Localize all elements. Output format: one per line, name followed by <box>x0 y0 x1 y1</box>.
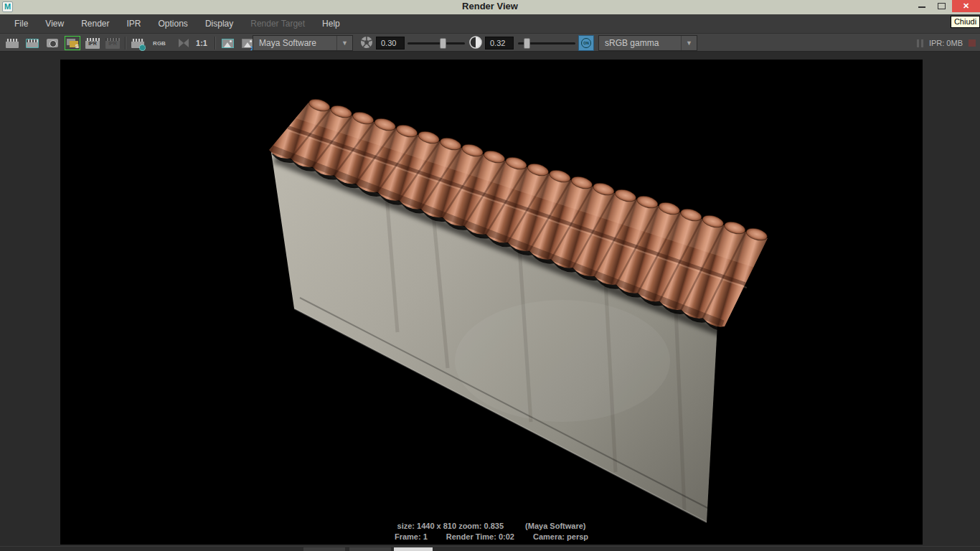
minimize-button[interactable] <box>914 0 930 12</box>
menu-render-target: Render Target <box>242 14 314 33</box>
menu-render[interactable]: Render <box>72 14 118 33</box>
ipr-status-group: IPR: 0MB <box>917 35 976 51</box>
snapshot-camera-icon[interactable] <box>44 36 60 50</box>
render-view-window: M Render View ✕ Chiudi File View Render … <box>0 0 980 551</box>
pause-ipr-icon <box>917 39 923 47</box>
size-zoom-label: size: 1440 x 810 zoom: 0.835 <box>397 522 504 530</box>
contrast-glyph <box>469 36 482 49</box>
render-view-toolbar: S IPR IPR RGB 1:1 ✕ Maya Software ▼ 0.30 <box>0 33 980 52</box>
menu-ipr[interactable]: IPR <box>118 14 150 33</box>
render-sequence-icon[interactable]: S <box>65 36 80 50</box>
menu-file[interactable]: File <box>6 14 37 33</box>
exposure-value-field[interactable]: 0.30 <box>376 37 405 50</box>
contrast-value-field[interactable]: 0.32 <box>485 37 514 50</box>
render-status-line2: Frame: 1 Render Time: 0:02 Camera: persp <box>60 532 923 541</box>
ipr-memory-label: IPR: 0MB <box>929 39 963 47</box>
ipr-film-glyph: IPR <box>85 38 100 49</box>
alpha-bowtie-glyph <box>179 39 184 47</box>
render-status-line1: size: 1440 x 810 zoom: 0.835 (Maya Softw… <box>60 522 923 530</box>
contrast-slider-handle[interactable] <box>524 38 530 49</box>
taskbar-button[interactable] <box>349 547 391 551</box>
camera-label: Camera: persp <box>533 532 588 541</box>
exposure-slider-handle[interactable] <box>440 38 446 49</box>
menu-help[interactable]: Help <box>314 14 349 33</box>
rendered-image-canvas[interactable]: size: 1440 x 810 zoom: 0.835 (Maya Softw… <box>60 60 923 545</box>
close-button[interactable]: ✕ <box>952 0 980 12</box>
render-region-icon[interactable] <box>24 36 40 50</box>
ipr-refresh-icon: IPR <box>105 36 121 50</box>
film-glyph <box>6 39 19 48</box>
real-size-label: 1:1 <box>196 39 207 47</box>
rgb-label: RGB <box>153 40 166 47</box>
render-time-label: Render Time: 0:02 <box>446 532 514 541</box>
ipr-render-icon[interactable]: IPR <box>85 36 100 50</box>
renderer-dropdown-value: Maya Software <box>253 38 336 48</box>
aperture-glyph <box>360 36 373 49</box>
menu-bar: File View Render IPR Options Display Ren… <box>0 14 980 33</box>
picture-glyph <box>222 39 234 48</box>
color-management-toggle[interactable]: ON <box>578 35 594 51</box>
title-bar: M Render View ✕ <box>0 0 980 14</box>
sequence-letter: S <box>75 43 79 50</box>
stop-render-icon <box>969 39 976 47</box>
gear-icon <box>139 44 146 51</box>
film-region-glyph <box>26 39 39 48</box>
toolbar-separator <box>125 37 126 50</box>
real-size-icon[interactable]: 1:1 <box>193 36 210 50</box>
renderer-name-label: (Maya Software) <box>525 522 585 530</box>
keep-image-icon[interactable] <box>220 36 235 50</box>
window-title: Render View <box>0 1 980 11</box>
view-transform-dropdown-value: sRGB gamma <box>599 38 681 48</box>
taskbar-button[interactable] <box>303 547 345 551</box>
alpha-channel-icon[interactable] <box>173 36 189 50</box>
view-transform-dropdown[interactable]: sRGB gamma ▼ <box>598 35 697 51</box>
taskbar-sliver[interactable] <box>0 546 980 551</box>
menu-display[interactable]: Display <box>197 14 242 33</box>
camera-glyph <box>47 39 58 47</box>
exposure-icon <box>359 35 374 50</box>
minimize-icon <box>918 6 925 8</box>
rendered-wall-scene <box>60 60 923 545</box>
close-tooltip: Chiudi <box>951 16 980 28</box>
redo-previous-render-icon[interactable] <box>4 36 20 50</box>
maximize-button[interactable] <box>934 0 950 12</box>
menu-options[interactable]: Options <box>150 14 197 33</box>
chevron-down-icon: ▼ <box>681 36 697 50</box>
rgb-channels-icon[interactable]: RGB <box>150 36 169 50</box>
menu-view[interactable]: View <box>37 14 72 33</box>
exposure-slider[interactable] <box>407 42 465 44</box>
contrast-slider[interactable] <box>518 42 575 44</box>
ipr-film-dim-glyph: IPR <box>105 38 120 49</box>
taskbar-button-active[interactable] <box>394 547 433 551</box>
toolbar-icon-group: S IPR IPR RGB 1:1 ✕ <box>4 35 255 51</box>
render-settings-icon[interactable] <box>130 36 146 50</box>
on-toggle-icon: ON <box>581 38 591 48</box>
renderer-dropdown[interactable]: Maya Software ▼ <box>253 35 353 51</box>
render-viewport: size: 1440 x 810 zoom: 0.835 (Maya Softw… <box>0 52 980 551</box>
maximize-icon <box>938 3 946 9</box>
chevron-down-icon: ▼ <box>336 36 352 50</box>
contrast-icon <box>468 35 484 50</box>
toolbar-separator <box>215 37 215 50</box>
frame-label: Frame: 1 <box>395 532 428 541</box>
